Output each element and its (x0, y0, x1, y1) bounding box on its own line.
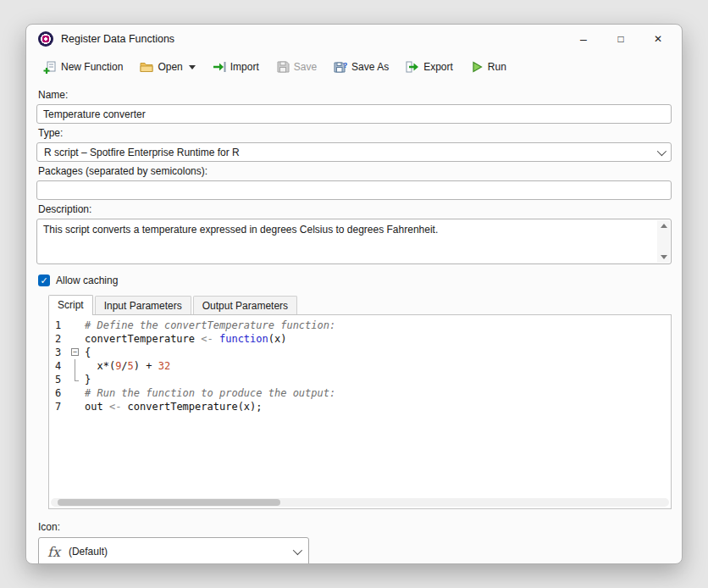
title-bar: Register Data Functions – □ ✕ (26, 25, 682, 53)
toolbar-label: Run (488, 61, 506, 73)
import-button[interactable]: Import (206, 57, 266, 77)
description-text: This script converts a temperature expre… (37, 219, 671, 240)
new-function-button[interactable]: New Function (36, 57, 130, 77)
toolbar-label: Open (158, 61, 182, 73)
export-icon (406, 60, 419, 74)
description-label: Description: (38, 203, 670, 215)
code-text: x*(9/5) + 32 (83, 359, 170, 373)
line-number: 7 (49, 400, 69, 413)
code-text: # Define the convertTemperature function… (83, 319, 335, 332)
scroll-up-icon[interactable] (661, 224, 667, 228)
fold-margin (69, 373, 83, 386)
save-button[interactable]: Save (269, 57, 324, 77)
type-label: Type: (38, 127, 670, 139)
code-line: 5} (49, 373, 671, 386)
editor-horizontal-scrollbar[interactable] (51, 498, 669, 507)
description-field[interactable]: This script converts a temperature expre… (36, 219, 672, 264)
packages-input[interactable] (36, 180, 672, 200)
scroll-down-icon[interactable] (661, 255, 667, 259)
description-scrollbar[interactable] (657, 220, 670, 263)
name-input[interactable] (36, 104, 672, 124)
code-line: 7out <- convertTemperature(x); (49, 400, 671, 413)
window-controls: – □ ✕ (565, 25, 677, 53)
code-line: 1# Define the convertTemperature functio… (49, 319, 671, 332)
code-lines: 1# Define the convertTemperature functio… (49, 315, 671, 413)
icon-selected-value: (Default) (69, 546, 108, 557)
maximize-icon[interactable]: □ (602, 25, 639, 53)
code-line: 2convertTemperature <- function(x) (49, 332, 671, 346)
line-number: 5 (49, 373, 69, 386)
icon-label: Icon: (38, 521, 670, 533)
run-icon (470, 60, 484, 74)
save-as-button[interactable]: ? Save As (327, 57, 395, 77)
window-title: Register Data Functions (61, 33, 174, 45)
tab-input-parameters[interactable]: Input Parameters (95, 296, 191, 314)
save-as-icon: ? (334, 60, 347, 74)
toolbar-label: Export (423, 61, 453, 73)
line-number: 3 (49, 346, 69, 359)
fold-margin (69, 359, 83, 373)
svg-text:?: ? (343, 61, 347, 69)
code-line: 3−{ (49, 346, 671, 359)
code-line: 6# Run the function to produce the outpu… (49, 386, 671, 400)
packages-label: Packages (separated by semicolons): (38, 165, 670, 177)
script-editor[interactable]: 1# Define the convertTemperature functio… (48, 314, 672, 509)
export-button[interactable]: Export (399, 57, 460, 77)
run-button[interactable]: Run (463, 57, 513, 77)
open-button[interactable]: Open (133, 57, 202, 77)
icon-select[interactable]: fx (Default) (38, 537, 309, 564)
fold-margin (69, 400, 83, 413)
toolbar-label: Save As (351, 61, 389, 73)
new-function-icon (43, 60, 57, 74)
tab-script[interactable]: Script (48, 295, 93, 315)
toolbar-label: Save (294, 61, 317, 73)
chevron-down-icon (293, 546, 302, 555)
allow-caching-checkbox[interactable]: ✓ (38, 275, 50, 286)
fold-collapse-icon[interactable]: − (69, 346, 83, 359)
type-selected-value: R script – Spotfire Enterprise Runtime f… (44, 147, 240, 158)
line-number: 4 (49, 359, 69, 373)
toolbar: New Function Open Import Save ? Save A (26, 53, 682, 84)
fold-margin (69, 386, 83, 400)
fold-margin (69, 332, 83, 346)
register-data-functions-dialog: Register Data Functions – □ ✕ New Functi… (25, 24, 683, 564)
scrollbar-thumb[interactable] (58, 499, 280, 506)
dialog-content: Name: Type: R script – Spotfire Enterpri… (26, 84, 682, 564)
spotfire-logo-icon (38, 31, 53, 47)
code-line: 4 x*(9/5) + 32 (49, 359, 671, 373)
type-select[interactable]: R script – Spotfire Enterprise Runtime f… (36, 142, 672, 162)
tab-output-parameters[interactable]: Output Parameters (193, 296, 297, 314)
line-number: 2 (49, 332, 69, 346)
toolbar-label: Import (230, 61, 259, 73)
code-text: } (83, 373, 91, 386)
minimize-icon[interactable]: – (565, 25, 602, 53)
code-text: out <- convertTemperature(x); (83, 400, 263, 413)
line-number: 6 (49, 386, 69, 400)
allow-caching-label: Allow caching (56, 275, 118, 286)
name-label: Name: (38, 89, 670, 101)
tab-strip: Script Input Parameters Output Parameter… (48, 295, 672, 314)
line-number: 1 (49, 319, 69, 332)
save-icon (276, 60, 290, 74)
fx-icon: fx (47, 544, 60, 560)
fold-margin (69, 319, 83, 332)
open-dropdown-caret-icon[interactable] (189, 65, 196, 69)
import-icon (213, 60, 226, 74)
close-icon[interactable]: ✕ (639, 25, 677, 53)
code-text: { (83, 346, 91, 359)
allow-caching-row: ✓ Allow caching (38, 275, 670, 286)
code-text: convertTemperature <- function(x) (83, 332, 286, 346)
chevron-down-icon (657, 146, 667, 155)
toolbar-label: New Function (61, 61, 123, 73)
open-folder-icon (140, 60, 153, 74)
code-text: # Run the function to produce the output… (83, 386, 335, 400)
